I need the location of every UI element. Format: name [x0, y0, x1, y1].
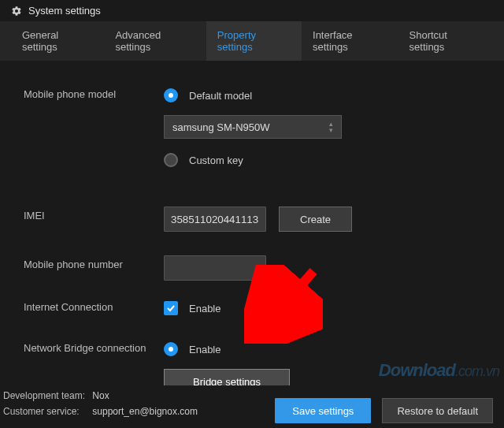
- label-model: Mobile phone model: [24, 85, 164, 100]
- phone-input[interactable]: [164, 255, 266, 281]
- label-phone: Mobile phone number: [24, 255, 164, 270]
- radio-icon: [164, 342, 178, 356]
- label-bridge: Network Bridge connection: [24, 339, 164, 354]
- radio-custom-key[interactable]: Custom key: [164, 150, 504, 170]
- watermark-tld: .com.vn: [455, 363, 499, 379]
- updown-icon: ▴▾: [329, 121, 333, 132]
- tab-bar: General settings Advanced settings Prope…: [0, 21, 504, 61]
- label-imei: IMEI: [24, 207, 164, 221]
- cs-value: support_en@bignox.com: [92, 406, 198, 417]
- internet-enable-label: Enable: [189, 303, 220, 314]
- label-internet: Internet Connection: [24, 298, 164, 313]
- dev-value: Nox: [92, 390, 109, 401]
- tab-advanced[interactable]: Advanced settings: [104, 21, 206, 61]
- dev-label: Development team:: [3, 390, 90, 401]
- model-select[interactable]: samsung SM-N950W ▴▾: [164, 115, 342, 139]
- footer: Development team: Nox Customer service: …: [0, 385, 504, 428]
- radio-icon: [164, 88, 178, 102]
- model-select-value: samsung SM-N950W: [172, 121, 270, 133]
- tab-general[interactable]: General settings: [11, 21, 104, 61]
- imei-input[interactable]: [164, 207, 266, 232]
- watermark: Download.com.vn: [379, 360, 499, 381]
- restore-button[interactable]: Restore to default: [382, 398, 493, 423]
- watermark-brand: Download: [379, 360, 455, 380]
- radio-icon: [164, 153, 178, 167]
- save-button[interactable]: Save settings: [275, 398, 371, 423]
- radio-default-model[interactable]: Default model: [164, 85, 504, 106]
- tab-shortcut[interactable]: Shortcut settings: [398, 21, 493, 61]
- tab-property[interactable]: Property settings: [206, 21, 302, 61]
- internet-enable-checkbox[interactable]: Enable: [164, 298, 504, 318]
- radio-custom-key-label: Custom key: [189, 154, 243, 166]
- tab-interface[interactable]: Interface settings: [302, 21, 398, 61]
- checkmark-icon: [164, 301, 178, 315]
- gear-icon: [11, 6, 22, 17]
- radio-bridge-enable[interactable]: Enable: [164, 339, 504, 359]
- titlebar: System settings: [0, 0, 504, 21]
- radio-bridge-enable-label: Enable: [189, 344, 220, 355]
- create-button[interactable]: Create: [279, 207, 352, 232]
- cs-label: Customer service:: [3, 406, 90, 417]
- radio-default-model-label: Default model: [189, 90, 252, 102]
- window-title: System settings: [28, 5, 101, 17]
